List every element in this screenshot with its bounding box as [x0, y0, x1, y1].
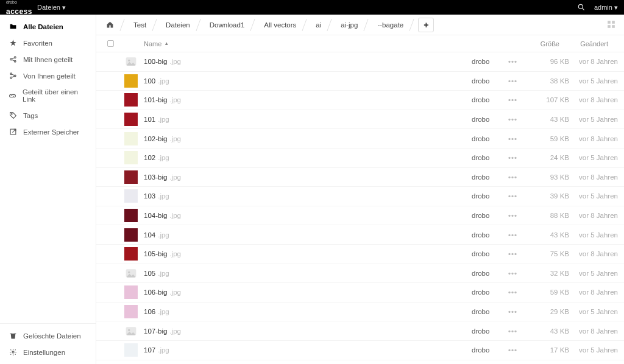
row-menu-button[interactable]: ••• [508, 135, 517, 142]
file-owner: drobo [472, 77, 508, 85]
sidebar-item-von-ihnen-geteilt[interactable]: Von Ihnen geteilt [0, 68, 96, 84]
row-menu-button[interactable]: ••• [508, 346, 517, 354]
row-menu-button[interactable]: ••• [508, 96, 517, 103]
col-size[interactable]: Größe [517, 40, 559, 47]
file-name[interactable]: 105.jpg [143, 270, 472, 277]
table-row[interactable]: 100-big.jpgdrobo•••96 KBvor 8 Jahren [96, 52, 624, 72]
file-name[interactable]: 101.jpg [143, 116, 472, 123]
sidebar-item-tags[interactable]: Tags [0, 107, 96, 124]
table-row[interactable]: 106-big.jpgdrobo•••59 KBvor 8 Jahren [96, 283, 624, 303]
file-name[interactable]: 107.jpg [143, 346, 472, 354]
svg-line-1 [583, 9, 584, 10]
row-menu-button[interactable]: ••• [508, 192, 517, 200]
file-size: 59 KB [526, 289, 569, 296]
table-row[interactable]: 102-big.jpgdrobo•••59 KBvor 8 Jahren [96, 129, 624, 149]
row-menu-button[interactable]: ••• [508, 289, 517, 296]
file-size: 38 KB [526, 77, 569, 85]
file-date: vor 5 Jahren [569, 308, 624, 315]
app-menu[interactable]: Dateien ▾ [37, 4, 66, 12]
file-name[interactable]: 105-big.jpg [143, 250, 472, 257]
sidebar-item-geteilt-über-einen-link[interactable]: Geteilt über einen Link [0, 84, 96, 107]
row-menu-button[interactable]: ••• [508, 58, 517, 65]
file-name[interactable]: 104.jpg [143, 231, 472, 239]
table-row[interactable]: 107-big.jpgdrobo•••43 KBvor 8 Jahren [96, 321, 624, 341]
file-name[interactable]: 106-big.jpg [143, 289, 472, 296]
star-icon [9, 39, 17, 47]
table-row[interactable]: 104.jpgdrobo•••43 KBvor 5 Jahren [96, 225, 624, 245]
link-icon [9, 92, 16, 100]
file-name[interactable]: 104-big.jpg [143, 212, 472, 219]
sidebar-item-favoriten[interactable]: Favoriten [0, 35, 96, 51]
file-owner: drobo [472, 192, 508, 200]
sidebar-item-externer-speicher[interactable]: Externer Speicher [0, 124, 96, 140]
add-button[interactable]: + [418, 18, 434, 32]
svg-rect-15 [608, 21, 611, 24]
row-menu-button[interactable]: ••• [508, 154, 517, 161]
sidebar-item-label: Mit Ihnen geteilt [23, 56, 73, 63]
file-size: 88 KB [526, 212, 569, 219]
table-row[interactable]: 106.jpgdrobo•••29 KBvor 5 Jahren [96, 303, 624, 322]
file-thumbnail [124, 74, 138, 88]
file-name[interactable]: 106.jpg [143, 308, 472, 315]
file-name[interactable]: 101-big.jpg [143, 96, 472, 103]
user-menu[interactable]: admin ▾ [594, 4, 618, 12]
row-menu-button[interactable]: ••• [508, 231, 517, 239]
row-menu-button[interactable]: ••• [508, 173, 517, 181]
view-toggle[interactable] [607, 20, 615, 30]
file-owner: drobo [472, 58, 508, 65]
sidebar-item-gelöschte-dateien[interactable]: Gelöschte Dateien [0, 327, 96, 344]
col-date[interactable]: Geändert [559, 40, 614, 47]
table-header: Name ▲ Größe Geändert [96, 35, 624, 52]
breadcrumb-item[interactable]: Dateien [155, 15, 199, 35]
table-row[interactable]: 105-big.jpgdrobo•••75 KBvor 8 Jahren [96, 245, 624, 264]
file-date: vor 5 Jahren [569, 231, 624, 239]
breadcrumb-item[interactable]: All vectors [253, 15, 305, 35]
row-menu-button[interactable]: ••• [508, 77, 517, 85]
search-icon[interactable] [577, 3, 586, 12]
file-date: vor 5 Jahren [569, 270, 624, 277]
sidebar-item-label: Von Ihnen geteilt [23, 72, 76, 80]
row-menu-button[interactable]: ••• [508, 250, 517, 257]
breadcrumb-item[interactable]: ai [305, 15, 330, 35]
row-menu-button[interactable]: ••• [508, 308, 517, 315]
file-date: vor 5 Jahren [569, 346, 624, 354]
table-row[interactable]: 105.jpgdrobo•••32 KBvor 5 Jahren [96, 264, 624, 284]
breadcrumb-item[interactable]: Download1 [199, 15, 254, 35]
sidebar-item-alle-dateien[interactable]: Alle Dateien [0, 18, 96, 35]
file-name[interactable]: 102.jpg [143, 154, 472, 161]
breadcrumb-item[interactable]: --bagate [366, 15, 412, 35]
file-name[interactable]: 103.jpg [143, 192, 472, 200]
svg-rect-16 [612, 21, 615, 24]
table-row[interactable]: 100.jpgdrobo•••38 KBvor 5 Jahren [96, 72, 624, 91]
file-owner: drobo [472, 135, 508, 142]
file-name[interactable]: 107-big.jpg [143, 327, 472, 335]
table-row[interactable]: 103.jpgdrobo•••39 KBvor 5 Jahren [96, 187, 624, 206]
table-row[interactable]: 103-big.jpgdrobo•••93 KBvor 8 Jahren [96, 168, 624, 187]
breadcrumb-item[interactable]: Test [122, 15, 155, 35]
row-menu-button[interactable]: ••• [508, 270, 517, 277]
file-thumbnail [124, 132, 138, 145]
row-menu-button[interactable]: ••• [508, 212, 517, 219]
svg-point-0 [578, 4, 583, 9]
table-row[interactable]: 101.jpgdrobo•••43 KBvor 5 Jahren [96, 110, 624, 130]
select-all[interactable] [96, 40, 124, 47]
breadcrumb-home[interactable] [104, 15, 122, 35]
breadcrumb-item[interactable]: ai-jpg [330, 15, 366, 35]
table-row[interactable]: 107.jpgdrobo•••17 KBvor 5 Jahren [96, 341, 624, 360]
row-menu-button[interactable]: ••• [508, 116, 517, 123]
file-thumbnail [124, 285, 138, 299]
table-row[interactable]: 101-big.jpgdrobo•••107 KBvor 8 Jahren [96, 91, 624, 110]
sidebar-item-mit-ihnen-geteilt[interactable]: Mit Ihnen geteilt [0, 51, 96, 68]
svg-point-14 [12, 351, 13, 353]
file-name[interactable]: 102-big.jpg [143, 135, 472, 142]
file-size: 96 KB [526, 58, 569, 65]
file-name[interactable]: 100-big.jpg [143, 58, 472, 65]
sidebar-item-einstellungen[interactable]: Einstellungen [0, 344, 96, 360]
col-name[interactable]: Name ▲ [143, 40, 462, 47]
file-name[interactable]: 100.jpg [143, 77, 472, 85]
file-name[interactable]: 103-big.jpg [143, 173, 472, 181]
row-menu-button[interactable]: ••• [508, 327, 517, 335]
table-row[interactable]: 102.jpgdrobo•••24 KBvor 5 Jahren [96, 149, 624, 168]
file-thumbnail [124, 305, 138, 318]
table-row[interactable]: 104-big.jpgdrobo•••88 KBvor 8 Jahren [96, 206, 624, 226]
